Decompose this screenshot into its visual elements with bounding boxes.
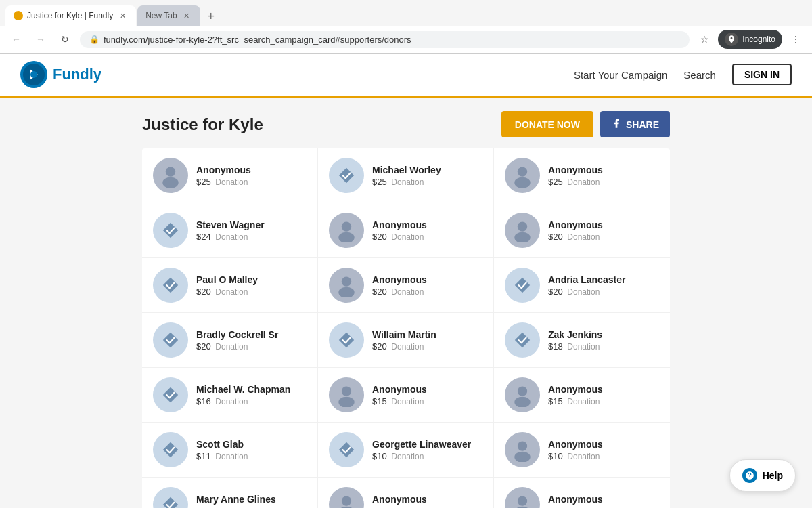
bookmark-icon[interactable]: ☆ bbox=[695, 30, 714, 49]
donor-info: Paul O Malley $20 Donation bbox=[196, 274, 307, 297]
donor-name: Anonymous bbox=[548, 165, 659, 175]
page: Fundly Start Your Campaign Search SIGN I… bbox=[0, 54, 812, 508]
help-button[interactable]: Help bbox=[729, 459, 796, 492]
donation-label: Donation bbox=[215, 397, 248, 406]
donor-amount: $10 Donation bbox=[196, 506, 307, 509]
back-button[interactable]: ← bbox=[7, 30, 26, 49]
donation-label: Donation bbox=[567, 177, 600, 187]
site-header: Fundly Start Your Campaign Search SIGN I… bbox=[0, 54, 812, 98]
donor-amount: $15 Donation bbox=[548, 396, 659, 406]
donor-avatar bbox=[329, 213, 364, 248]
donor-item: Anonymous $20 Donation bbox=[494, 203, 670, 258]
logo[interactable]: Fundly bbox=[20, 61, 102, 88]
menu-icon[interactable]: ⋮ bbox=[786, 30, 805, 49]
donor-amount: $20 Donation bbox=[372, 232, 482, 242]
tab-inactive[interactable]: New Tab ✕ bbox=[137, 5, 200, 26]
tab-favicon bbox=[14, 11, 23, 20]
donor-avatar bbox=[505, 268, 540, 303]
donor-amount: $20 Donation bbox=[548, 287, 659, 297]
donor-info: Anonymous $15 Donation bbox=[372, 384, 482, 406]
donor-info: Georgette Linaweaver $10 Donation bbox=[372, 439, 482, 461]
donor-name: Mary Anne Glines bbox=[196, 494, 307, 505]
lock-icon: 🔒 bbox=[89, 35, 99, 44]
donor-item: Willaim Martin $20 Donation bbox=[318, 313, 494, 368]
donor-item: Andria Lancaster $20 Donation bbox=[494, 258, 670, 313]
donor-amount: $25 Donation bbox=[548, 177, 659, 187]
svg-point-15 bbox=[518, 386, 527, 396]
donor-info: Willaim Martin $20 Donation bbox=[372, 329, 482, 352]
donation-label: Donation bbox=[567, 452, 600, 461]
donor-info: Anonymous $20 Donation bbox=[372, 219, 482, 242]
donation-label: Donation bbox=[567, 232, 600, 242]
svg-point-9 bbox=[518, 221, 527, 231]
search-link[interactable]: Search bbox=[683, 69, 716, 81]
donor-info: Anonymous $25 Donation bbox=[548, 165, 659, 187]
donor-avatar bbox=[505, 432, 540, 467]
donor-amount: $24 Donation bbox=[196, 232, 307, 242]
incognito-icon bbox=[725, 33, 738, 46]
donation-label: Donation bbox=[215, 452, 248, 461]
donor-item: Michael W. Chapman $16 Donation bbox=[142, 368, 318, 423]
donor-name: Anonymous bbox=[548, 219, 659, 230]
donation-label: Donation bbox=[567, 397, 600, 406]
donors-container: Anonymous $25 Donation Michael Worley $2… bbox=[142, 148, 670, 508]
donor-name: Michael Worley bbox=[372, 165, 482, 175]
donor-item: Anonymous $10 Donation bbox=[318, 478, 494, 508]
donor-name: Michael W. Chapman bbox=[196, 384, 307, 395]
svg-point-21 bbox=[518, 496, 527, 505]
donor-amount: $10 Donation bbox=[372, 451, 482, 461]
donation-label: Donation bbox=[391, 397, 424, 406]
donor-item: Anonymous $15 Donation bbox=[494, 368, 670, 423]
donor-avatar bbox=[505, 158, 540, 193]
donor-avatar bbox=[153, 432, 188, 467]
donor-avatar bbox=[329, 268, 364, 303]
donor-name: Anonymous bbox=[548, 384, 659, 395]
start-campaign-link[interactable]: Start Your Campaign bbox=[574, 69, 667, 81]
campaign-wrapper: Justice for Kyle DONATE NOW SHARE Anonym… bbox=[135, 98, 677, 508]
share-button[interactable]: SHARE bbox=[600, 111, 670, 137]
donation-label: Donation bbox=[215, 232, 248, 242]
donation-label: Donation bbox=[391, 452, 424, 461]
donor-info: Steven Wagner $24 Donation bbox=[196, 219, 307, 242]
donor-name: Bradly Cockrell Sr bbox=[196, 329, 307, 340]
tab-close-icon[interactable]: ✕ bbox=[117, 10, 128, 21]
donor-name: Steven Wagner bbox=[196, 219, 307, 230]
donation-label: Donation bbox=[567, 287, 600, 297]
svg-point-8 bbox=[338, 232, 354, 242]
donor-amount: $10 Donation bbox=[548, 506, 659, 509]
donation-label: Donation bbox=[215, 342, 248, 352]
donor-avatar bbox=[153, 268, 188, 303]
donor-name: Anonymous bbox=[372, 219, 482, 230]
donor-item: Anonymous $25 Donation bbox=[142, 148, 318, 203]
address-bar: ← → ↻ 🔒 fundly.com/justice-for-kyle-2?ft… bbox=[0, 26, 812, 54]
new-tab-button[interactable]: + bbox=[202, 7, 221, 26]
donor-avatar bbox=[329, 432, 364, 467]
donor-info: Anonymous $20 Donation bbox=[548, 219, 659, 242]
donor-item: Anonymous $25 Donation bbox=[494, 148, 670, 203]
donor-item: Anonymous $20 Donation bbox=[318, 258, 494, 313]
donor-name: Anonymous bbox=[372, 384, 482, 395]
refresh-button[interactable]: ↻ bbox=[55, 30, 74, 49]
incognito-badge[interactable]: Incognito bbox=[718, 30, 782, 49]
tab-close-icon-2[interactable]: ✕ bbox=[181, 10, 192, 21]
sign-in-button[interactable]: SIGN IN bbox=[732, 64, 792, 85]
forward-button[interactable]: → bbox=[31, 30, 50, 49]
address-input[interactable]: 🔒 fundly.com/justice-for-kyle-2?ft_src=s… bbox=[80, 31, 690, 48]
donor-avatar bbox=[153, 158, 188, 193]
donor-amount: $10 Donation bbox=[372, 506, 482, 509]
donor-avatar bbox=[153, 487, 188, 508]
svg-point-11 bbox=[342, 276, 351, 286]
facebook-icon bbox=[611, 118, 622, 131]
donor-info: Anonymous $10 Donation bbox=[372, 494, 482, 509]
donor-item: Zak Jenkins $18 Donation bbox=[494, 313, 670, 368]
donor-avatar bbox=[505, 487, 540, 508]
donate-button[interactable]: DONATE NOW bbox=[501, 111, 593, 137]
donor-amount: $25 Donation bbox=[372, 177, 482, 187]
donor-amount: $25 Donation bbox=[196, 177, 307, 187]
svg-point-14 bbox=[338, 397, 354, 407]
donation-label: Donation bbox=[391, 232, 424, 242]
tab-active[interactable]: Justice for Kyle | Fundly ✕ bbox=[5, 5, 136, 26]
logo-text: Fundly bbox=[53, 66, 102, 83]
donor-name: Georgette Linaweaver bbox=[372, 439, 482, 450]
donor-info: Michael Worley $25 Donation bbox=[372, 165, 482, 187]
